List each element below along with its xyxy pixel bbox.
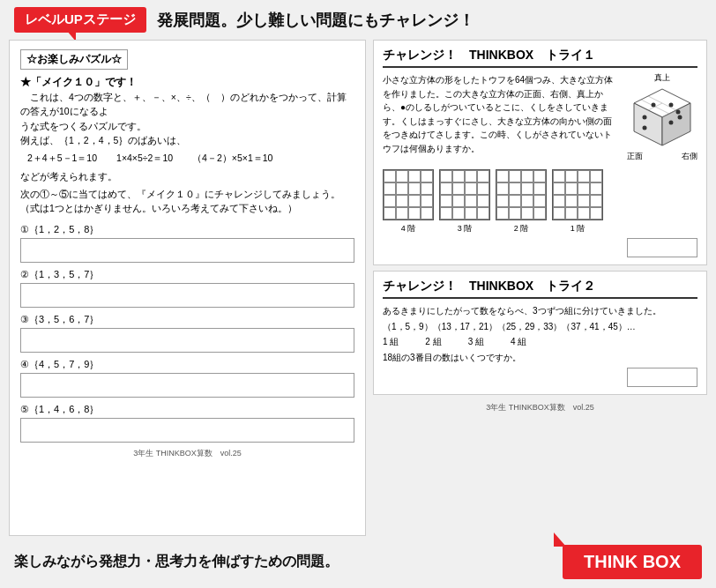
challenge1-content: 小さな立方体の形をしたトウフを64個つみ、大きな立方体を作りました。この大きな立… — [383, 73, 697, 162]
svg-point-7 — [652, 103, 656, 108]
problem-label-5: ⑤｛1，4，6，8｝ — [20, 403, 354, 416]
top-description: 発展問題。少し難しい問題にもチャレンジ！ — [157, 10, 474, 31]
group-labels: 1 組 2 組 3 組 4 組 — [383, 336, 697, 348]
left-panel: ☆お楽しみパズル☆ ★「メイク１０」です！ これは、4つの数字と、＋、－、×、÷… — [9, 40, 366, 536]
floor-label-4: 4 階 — [401, 223, 416, 234]
floor-2: 2 階 — [496, 169, 547, 234]
left-footer: 3年生 THINKBOX算数 vol.25 — [20, 448, 354, 459]
floor-grid-4 — [383, 169, 434, 220]
description-block: これは、4つの数字と、＋、－、×、÷、（ ）のどれかをつかって、計算の答えが10… — [20, 90, 354, 147]
floor-grid-3 — [439, 169, 490, 220]
puzzle-title: ☆お楽しみパズル☆ — [20, 49, 128, 70]
svg-point-8 — [669, 103, 674, 108]
challenge2-header: チャレンジ！ THINKBOX トライ２ — [383, 279, 697, 299]
bottom-bar: 楽しみながら発想力・思考力を伸ばすための問題。 THINK BOX — [0, 536, 716, 588]
section-star: ★「メイク１０」です！ — [20, 75, 354, 90]
answer-box-5[interactable] — [20, 418, 354, 443]
answer-box-4[interactable] — [20, 373, 354, 398]
challenge2-answer-row — [383, 368, 697, 387]
example-block: 2＋4＋5－1＝10 1×4×5÷2＝10 （4－2）×5×1＝10 — [27, 151, 354, 166]
problem-label-3: ③｛3，5，6，7｝ — [20, 313, 354, 326]
challenge2-sequence: （1，5，9）（13，17，21）（25，29，33）（37，41，45）… — [383, 321, 697, 333]
cube-svg — [627, 86, 697, 152]
floor-3: 3 階 — [439, 169, 490, 234]
problem-item-4: ④｛4，5，7，9｝ — [20, 358, 354, 398]
svg-point-10 — [643, 115, 647, 120]
problem-item-5: ⑤｛1，4，6，8｝ — [20, 403, 354, 443]
answer-box-3[interactable] — [20, 328, 354, 353]
floor-grid-2 — [496, 169, 547, 220]
think-box-badge: THINK BOX — [563, 545, 702, 579]
challenge2-section: チャレンジ！ THINKBOX トライ２ あるきまりにしたがって数をならべ、3つ… — [373, 271, 707, 395]
main-content: ☆お楽しみパズル☆ ★「メイク１０」です！ これは、4つの数字と、＋、－、×、÷… — [0, 40, 716, 536]
problem-set: ①｛1，2，5，8｝ ②｛1，3，5，7｝ ③｛3，5，6，7｝ ④｛4，5，7… — [20, 223, 354, 443]
floor-label-1: 1 階 — [571, 223, 585, 234]
desc4: などが考えられます。 — [20, 169, 354, 183]
right-footer: 3年生 THINKBOX算数 vol.25 — [373, 402, 707, 413]
bottom-description: 楽しみながら発想力・思考力を伸ばすための問題。 — [14, 553, 339, 571]
svg-point-11 — [643, 126, 647, 130]
answer-box-1[interactable] — [20, 238, 354, 263]
top-label: 真上 — [654, 73, 670, 84]
svg-point-9 — [676, 110, 681, 115]
cube-side-labels: 正面 右側 — [627, 152, 697, 162]
challenge1-section: チャレンジ！ THINKBOX トライ１ 小さな立方体の形をしたトウフを64個つ… — [373, 40, 707, 265]
floor-1: 1 階 — [552, 169, 603, 234]
challenge1-answer-box[interactable] — [627, 238, 697, 257]
floor-label-2: 2 階 — [514, 223, 529, 234]
floor-label-3: 3 階 — [458, 223, 473, 234]
problem-item-2: ②｛1，3，5，7｝ — [20, 268, 354, 308]
problem-label-2: ②｛1，3，5，7｝ — [20, 268, 354, 281]
challenge1-text: 小さな立方体の形をしたトウフを64個つみ、大きな立方体を作りました。この大きな立… — [383, 73, 618, 162]
floor-grid-1 — [552, 169, 603, 220]
answer-box-2[interactable] — [20, 283, 354, 308]
problem-label-4: ④｛4，5，7，9｝ — [20, 358, 354, 371]
challenge1-header: チャレンジ！ THINKBOX トライ１ — [383, 48, 697, 68]
problem-label-1: ①｛1，2，5，8｝ — [20, 223, 354, 236]
floor-4: 4 階 — [383, 169, 434, 234]
level-up-badge: レベルUPステージ — [14, 7, 146, 33]
problem-item-3: ③｛3，5，6，7｝ — [20, 313, 354, 353]
top-banner: レベルUPステージ 発展問題。少し難しい問題にもチャレンジ！ — [0, 0, 716, 40]
right-panel: チャレンジ！ THINKBOX トライ１ 小さな立方体の形をしたトウフを64個つ… — [373, 40, 707, 536]
challenge-text: 次の①～⑤に当てはめて、『メイク１０』にチャレンジしてみましょう。 （式は1つと… — [20, 187, 354, 216]
floors-container: 4 階 — [383, 169, 697, 234]
cube-diagram: 真上 — [627, 73, 697, 162]
svg-point-13 — [678, 115, 682, 120]
challenge2-question: 18組の3番目の数はいくつですか。 — [383, 352, 697, 364]
svg-point-12 — [669, 121, 674, 125]
challenge2-answer-box[interactable] — [627, 368, 697, 387]
problem-item-1: ①｛1，2，5，8｝ — [20, 223, 354, 263]
challenge2-desc: あるきまりにしたがって数をならべ、3つずつ組に分けていきました。 — [383, 304, 697, 318]
challenge1-answer-row — [383, 238, 697, 257]
